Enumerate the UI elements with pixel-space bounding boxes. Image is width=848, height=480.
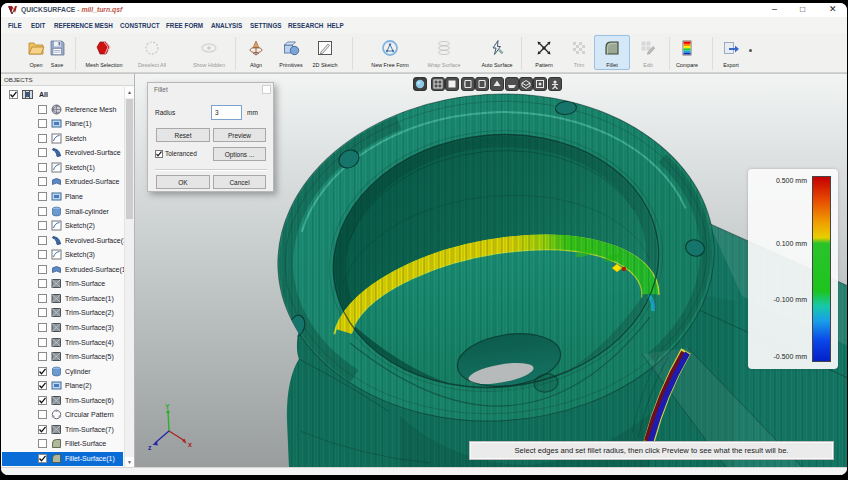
svg-text:z: z xyxy=(148,444,152,451)
svg-text:Y: Y xyxy=(165,403,170,410)
svg-text:x: x xyxy=(188,441,192,448)
